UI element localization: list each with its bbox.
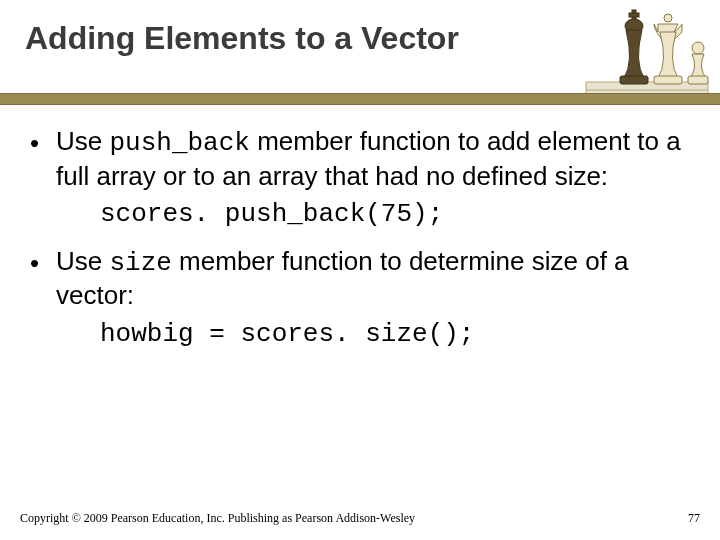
- bullet-item: • Use size member function to determine …: [30, 245, 690, 312]
- bullet-text-pre: Use: [56, 246, 109, 276]
- footer-copyright: Copyright © 2009 Pearson Education, Inc.…: [20, 511, 415, 526]
- bullet-item: • Use push_back member function to add e…: [30, 125, 690, 192]
- svg-rect-3: [629, 13, 639, 17]
- svg-rect-5: [620, 76, 648, 84]
- bullet-text: Use push_back member function to add ele…: [56, 125, 690, 192]
- title-separator: [0, 93, 720, 105]
- svg-point-8: [692, 42, 704, 54]
- code-block: howbig = scores. size();: [100, 318, 690, 351]
- inline-code: size: [109, 248, 171, 278]
- svg-rect-9: [688, 76, 708, 84]
- slide: Adding Elements to a Vector: [0, 0, 720, 540]
- svg-point-6: [664, 14, 672, 22]
- inline-code: push_back: [109, 128, 249, 158]
- bullet-text-pre: Use: [56, 126, 109, 156]
- svg-rect-7: [654, 76, 682, 84]
- chess-pieces-icon: [582, 2, 712, 102]
- code-block: scores. push_back(75);: [100, 198, 690, 231]
- slide-title: Adding Elements to a Vector: [25, 20, 600, 57]
- bullet-dot: •: [30, 125, 56, 192]
- page-number: 77: [688, 511, 700, 526]
- bullet-dot: •: [30, 245, 56, 312]
- bullet-text: Use size member function to determine si…: [56, 245, 690, 312]
- content-area: • Use push_back member function to add e…: [30, 125, 690, 364]
